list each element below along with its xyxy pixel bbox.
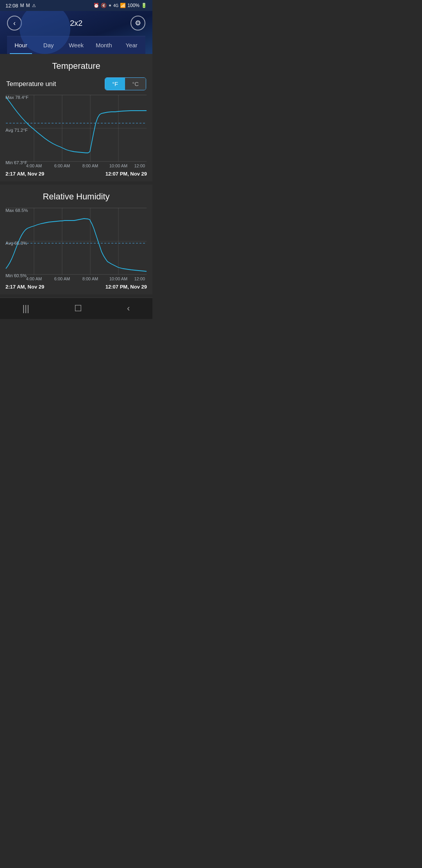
- svg-text:6:00 AM: 6:00 AM: [54, 276, 70, 281]
- tab-year[interactable]: Year: [118, 36, 145, 54]
- svg-text:4:00 AM: 4:00 AM: [26, 163, 42, 168]
- back-button[interactable]: ‹: [7, 16, 22, 30]
- back-icon: ‹: [13, 19, 16, 27]
- tab-bar: Hour Day Week Month Year: [7, 36, 145, 54]
- signal-icon: 📶: [120, 3, 126, 8]
- svg-text:12:00: 12:00: [134, 163, 145, 168]
- humidity-title: Relative Humidity: [0, 185, 152, 206]
- status-time: 12:08: [5, 3, 18, 9]
- svg-text:4:00 AM: 4:00 AM: [26, 276, 42, 281]
- gmail-icon: M: [20, 3, 24, 8]
- settings-button[interactable]: ⚙: [131, 16, 145, 30]
- svg-text:6:00 AM: 6:00 AM: [54, 163, 70, 168]
- gmail2-icon: M: [26, 3, 30, 8]
- humidity-date-end: 12:07 PM, Nov 29: [106, 284, 147, 290]
- status-bar: 12:08 M M ⚠ ⏰ 🔇 ✴ 4G 📶 100% 🔋: [0, 0, 152, 11]
- home-icon[interactable]: ☐: [74, 303, 82, 314]
- back-nav-icon[interactable]: ‹: [127, 303, 130, 314]
- alert-icon: ⚠: [32, 3, 36, 8]
- temperature-title: Temperature: [0, 54, 152, 75]
- svg-text:8:00 AM: 8:00 AM: [82, 163, 98, 168]
- tab-month[interactable]: Month: [90, 36, 118, 54]
- bluetooth-icon: ✴: [108, 3, 112, 8]
- battery-pct: 100%: [127, 3, 139, 8]
- recents-icon[interactable]: |||: [23, 303, 29, 314]
- tab-week[interactable]: Week: [63, 36, 90, 54]
- temperature-section: Temperature Temperature unit °F °C Max 7…: [0, 54, 152, 181]
- temperature-chart: Max 78.4°F Avg 71.2°F Min 67.3°F 4:00 AM…: [5, 95, 147, 177]
- humidity-svg: 4:00 AM 6:00 AM 8:00 AM 10:00 AM 12:00: [5, 208, 147, 282]
- humidity-chart: Max 68.5% Avg 65.3% Min 60.5% 4:00 AM 6:…: [5, 208, 147, 290]
- svg-text:10:00 AM: 10:00 AM: [109, 276, 127, 281]
- battery-icon: 🔋: [141, 3, 147, 8]
- unit-row: Temperature unit °F °C: [0, 75, 152, 95]
- header-row: ‹ 2x2 ⚙: [7, 16, 145, 30]
- fahrenheit-button[interactable]: °F: [105, 78, 125, 90]
- unit-toggle: °F °C: [105, 77, 146, 90]
- temp-date-row: 2:17 AM, Nov 29 12:07 PM, Nov 29: [5, 169, 147, 177]
- network-icon: 4G: [113, 4, 118, 8]
- svg-text:10:00 AM: 10:00 AM: [109, 163, 127, 168]
- unit-label: Temperature unit: [6, 80, 56, 88]
- status-right: ⏰ 🔇 ✴ 4G 📶 100% 🔋: [93, 3, 147, 8]
- svg-text:12:00: 12:00: [134, 276, 145, 281]
- celsius-button[interactable]: °C: [125, 78, 146, 90]
- temperature-svg: 4:00 AM 6:00 AM 8:00 AM 10:00 AM 12:00: [5, 95, 147, 169]
- temp-date-end: 12:07 PM, Nov 29: [106, 171, 147, 177]
- temp-date-start: 2:17 AM, Nov 29: [5, 171, 44, 177]
- svg-text:8:00 AM: 8:00 AM: [82, 276, 98, 281]
- humidity-section: Relative Humidity Max 68.5% Avg 65.3% Mi…: [0, 185, 152, 294]
- mute-icon: 🔇: [101, 3, 107, 8]
- humidity-date-row: 2:17 AM, Nov 29 12:07 PM, Nov 29: [5, 282, 147, 290]
- status-left: 12:08 M M ⚠: [5, 3, 36, 9]
- tab-hour[interactable]: Hour: [7, 36, 35, 54]
- gear-icon: ⚙: [135, 19, 141, 27]
- header: ‹ 2x2 ⚙ Hour Day Week Month Year: [0, 11, 152, 54]
- alarm-icon: ⏰: [93, 3, 99, 8]
- header-title: 2x2: [70, 19, 82, 28]
- nav-bar: ||| ☐ ‹: [0, 298, 152, 319]
- tab-day[interactable]: Day: [35, 36, 63, 54]
- humidity-date-start: 2:17 AM, Nov 29: [5, 284, 44, 290]
